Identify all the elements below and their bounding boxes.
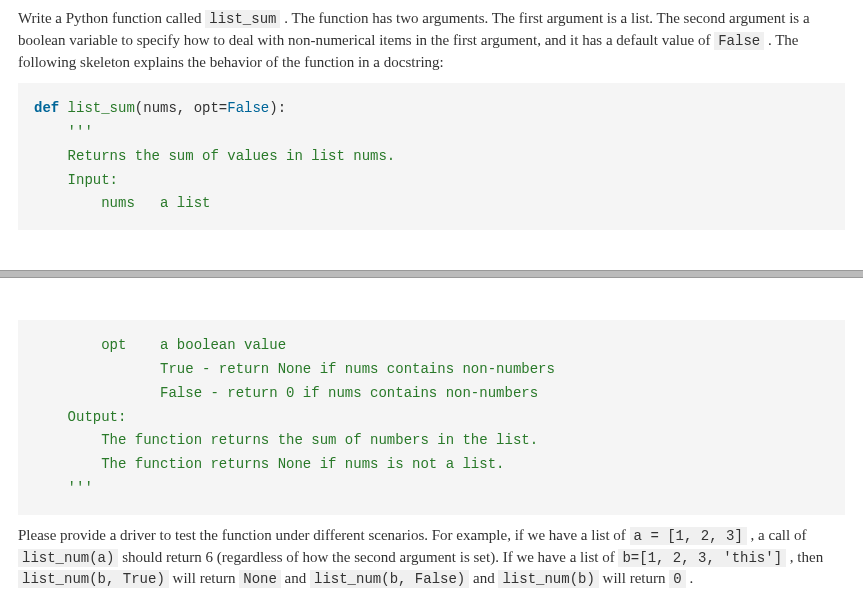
doc-line-out2: The function returns None if nums is not… bbox=[34, 456, 504, 472]
code-inline-call-bfalse: list_num(b, False) bbox=[310, 570, 469, 588]
code-block-bottom: opt a boolean value True - return None i… bbox=[18, 320, 845, 515]
false-keyword: False bbox=[227, 100, 269, 116]
docstring-open: ''' bbox=[34, 124, 93, 140]
doc-line-nums: nums a list bbox=[34, 195, 210, 211]
code-inline-a: a = [1, 2, 3] bbox=[630, 527, 747, 545]
doc-line-false: False - return 0 if nums contains non-nu… bbox=[34, 385, 538, 401]
code-inline-zero: 0 bbox=[669, 570, 685, 588]
code-inline-none: None bbox=[239, 570, 281, 588]
code-inline-b: b=[1, 2, 3, 'this'] bbox=[618, 549, 786, 567]
doc-line-returns: Returns the sum of values in list nums. bbox=[34, 148, 395, 164]
outro-a: Please provide a driver to test the func… bbox=[18, 527, 630, 543]
outro-f: and bbox=[281, 570, 310, 586]
sig-open: (nums, opt= bbox=[135, 100, 227, 116]
doc-line-input: Input: bbox=[34, 172, 118, 188]
sig-close: ): bbox=[269, 100, 286, 116]
outro-h: will return bbox=[599, 570, 669, 586]
outro-g: and bbox=[469, 570, 498, 586]
intro-text-a: Write a Python function called bbox=[18, 10, 205, 26]
driver-paragraph: Please provide a driver to test the func… bbox=[18, 525, 845, 590]
code-inline-call-a: list_num(a) bbox=[18, 549, 118, 567]
doc-line-opt: opt a boolean value bbox=[34, 337, 286, 353]
function-name: list_sum bbox=[68, 100, 135, 116]
code-inline-call-btrue: list_num(b, True) bbox=[18, 570, 169, 588]
page-divider bbox=[0, 270, 863, 278]
doc-line-out1: The function returns the sum of numbers … bbox=[34, 432, 538, 448]
outro-i: . bbox=[686, 570, 694, 586]
doc-line-output: Output: bbox=[34, 409, 126, 425]
code-inline-listsum: list_sum bbox=[205, 10, 280, 28]
outro-c: should return 6 (regardless of how the s… bbox=[118, 549, 618, 565]
code-block-top: def list_sum(nums, opt=False): ''' Retur… bbox=[18, 83, 845, 230]
code-inline-false: False bbox=[714, 32, 764, 50]
problem-intro: Write a Python function called list_sum … bbox=[18, 8, 845, 73]
doc-line-true: True - return None if nums contains non-… bbox=[34, 361, 555, 377]
outro-b: , a call of bbox=[747, 527, 807, 543]
outro-e: will return bbox=[169, 570, 239, 586]
outro-d: , then bbox=[786, 549, 823, 565]
code-inline-call-b: list_num(b) bbox=[498, 570, 598, 588]
docstring-close: ''' bbox=[34, 480, 93, 496]
def-keyword: def bbox=[34, 100, 68, 116]
